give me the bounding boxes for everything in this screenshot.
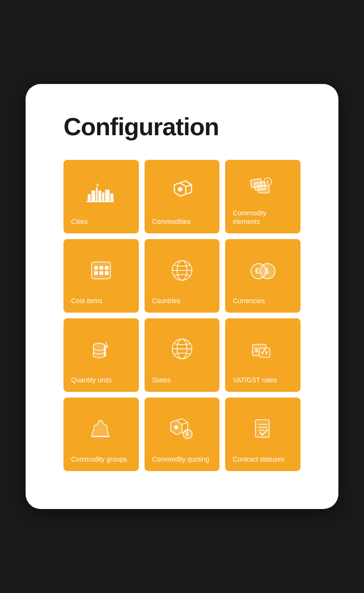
tiles-grid: Cities Commodities $ Commodity elements …: [64, 160, 300, 471]
svg-rect-14: [91, 262, 110, 279]
svg-rect-11: [258, 185, 269, 193]
contract-statuses-icon: [233, 409, 293, 449]
cities-icon: [71, 171, 131, 212]
svg-rect-18: [94, 271, 98, 275]
currencies-icon: € $: [233, 250, 293, 291]
tile-quantity-units[interactable]: Quantity units: [64, 318, 139, 392]
page-title: Configuration: [64, 112, 300, 141]
commodity-groups-label: Commodity groups: [71, 455, 127, 463]
svg-rect-28: [104, 345, 106, 357]
commodity-quoting-label: Commodity quoting: [152, 455, 209, 463]
quantity-units-icon: [71, 330, 131, 370]
cities-label: Cities: [71, 217, 88, 226]
cost-items-icon: [71, 250, 131, 291]
states-icon: [152, 330, 212, 370]
svg-rect-5: [105, 190, 110, 202]
tile-commodity-groups[interactable]: Commodity groups: [64, 398, 139, 471]
tile-cities[interactable]: Cities: [64, 160, 139, 233]
svg-text:": ": [266, 352, 267, 357]
svg-text:$: $: [186, 432, 189, 437]
tile-currencies[interactable]: € $ Currencies: [225, 239, 300, 313]
countries-icon: [152, 250, 212, 291]
svg-rect-0: [88, 195, 91, 202]
states-label: States: [152, 376, 171, 384]
svg-point-37: [174, 426, 178, 429]
svg-rect-17: [105, 266, 109, 270]
svg-text:$: $: [255, 346, 258, 353]
countries-label: Countries: [152, 296, 181, 305]
tile-contract-statuses[interactable]: Contract statuses: [225, 398, 300, 471]
svg-rect-7: [87, 201, 114, 202]
svg-text:€: €: [255, 268, 259, 276]
tile-countries[interactable]: Countries: [145, 239, 220, 313]
quantity-units-label: Quantity units: [71, 376, 112, 384]
commodities-icon: [152, 171, 212, 212]
svg-rect-20: [105, 271, 109, 275]
svg-point-8: [178, 187, 182, 192]
commodity-elements-icon: $: [233, 171, 293, 203]
svg-text:$: $: [266, 179, 269, 185]
svg-rect-16: [100, 266, 103, 270]
commodity-quoting-icon: $: [152, 409, 212, 449]
currencies-label: Currencies: [233, 296, 265, 305]
tile-states[interactable]: States: [145, 318, 220, 392]
tile-commodity-quoting[interactable]: $ Commodity quoting: [145, 398, 220, 471]
svg-rect-15: [94, 266, 98, 270]
svg-rect-6: [110, 194, 113, 202]
cost-items-label: Cost items: [71, 296, 102, 305]
svg-rect-2: [96, 187, 98, 202]
tile-commodity-elements[interactable]: $ Commodity elements: [225, 160, 300, 233]
tile-cost-items[interactable]: Cost items: [64, 239, 139, 313]
tile-vat-gst-rates[interactable]: $ " VAT/GST rates: [225, 318, 300, 392]
commodities-label: Commodities: [152, 217, 191, 226]
svg-rect-3: [99, 191, 101, 202]
configuration-card: Configuration Cities Commodities $ Commo…: [26, 84, 338, 509]
svg-rect-19: [100, 271, 103, 275]
vat-gst-rates-label: VAT/GST rates: [233, 376, 277, 384]
svg-rect-4: [102, 193, 105, 202]
svg-rect-1: [91, 191, 95, 202]
commodity-groups-icon: [71, 409, 131, 449]
contract-statuses-label: Contract statuses: [233, 455, 284, 463]
svg-text:$: $: [264, 268, 269, 276]
commodity-elements-label: Commodity elements: [233, 209, 293, 226]
vat-gst-rates-icon: $ ": [233, 330, 293, 370]
tile-commodities[interactable]: Commodities: [145, 160, 220, 233]
